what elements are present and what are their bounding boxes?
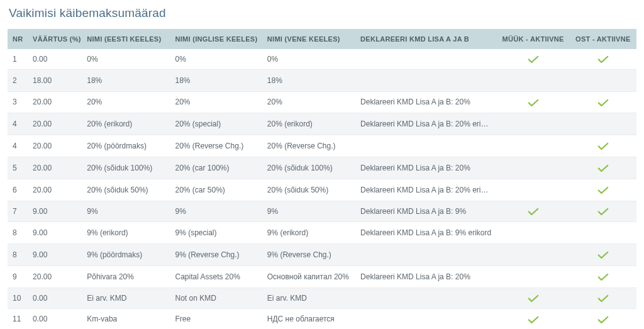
- cell-sell-active: [497, 179, 570, 201]
- cell-nimi-ru: Основной капитал 20%: [262, 265, 355, 287]
- cell-val: 20.00: [28, 92, 82, 113]
- table-row[interactable]: 100.00Ei arv. KMDNot on KMDEi arv. KMD: [8, 287, 636, 308]
- cell-dekl: Deklareeri KMD Lisa A ja B: 20% erikord: [355, 179, 496, 201]
- table-row[interactable]: 79.009%9%9%Deklareeri KMD Lisa A ja B: 9…: [8, 201, 636, 221]
- cell-buy-active: [570, 49, 636, 70]
- cell-dekl: Deklareeri KMD Lisa A ja B: 20%: [355, 92, 496, 113]
- cell-buy-active: [570, 201, 636, 221]
- cell-sell-active: [497, 113, 570, 135]
- cell-val: 9.00: [28, 221, 82, 243]
- cell-nimi-et: 18%: [82, 70, 170, 92]
- cell-sell-active: [497, 265, 570, 287]
- check-icon: [597, 208, 609, 216]
- check-icon: [528, 316, 539, 324]
- cell-nimi-ru: 20% (Reverse Chg.): [262, 135, 355, 157]
- cell-val: 9.00: [28, 243, 82, 265]
- check-icon: [597, 55, 609, 64]
- col-val[interactable]: VÄÄRTUS (%): [28, 29, 82, 49]
- cell-dekl: Deklareeri KMD Lisa A ja B: 20%: [355, 157, 496, 179]
- table-row[interactable]: 89.009% (erikord)9% (special)9% (erikord…: [8, 221, 636, 243]
- cell-nr: 2: [8, 70, 28, 92]
- cell-nr: 9: [8, 265, 28, 287]
- table-row[interactable]: 320.0020%20%20%Deklareeri KMD Lisa A ja …: [8, 92, 636, 113]
- table-row[interactable]: 620.0020% (sõiduk 50%)20% (car 50%)20% (…: [8, 179, 636, 201]
- col-dekl[interactable]: DEKLAREERI KMD LISA A JA B: [355, 29, 496, 49]
- cell-nimi-ru: 20%: [262, 92, 355, 113]
- check-icon: [528, 55, 539, 64]
- check-icon: [528, 99, 539, 107]
- cell-nimi-en: 20% (car 50%): [170, 179, 262, 201]
- check-icon: [597, 142, 609, 150]
- cell-dekl: [355, 49, 496, 70]
- cell-nimi-et: Ei arv. KMD: [82, 287, 170, 308]
- cell-nimi-et: 20% (sõiduk 100%): [82, 157, 170, 179]
- cell-nimi-et: 9% (erikord): [82, 221, 170, 243]
- cell-nimi-ru: 20% (sõiduk 50%): [262, 179, 355, 201]
- cell-buy-active: [570, 92, 636, 113]
- col-nr[interactable]: NR: [8, 29, 28, 49]
- cell-val: 20.00: [28, 179, 82, 201]
- col-sell[interactable]: MÜÜK - AKTIIVNE: [497, 29, 570, 49]
- cell-nr: 10: [8, 287, 28, 308]
- cell-nimi-en: 20% (special): [170, 113, 262, 135]
- cell-nimi-ru: 9%: [262, 201, 355, 221]
- table-row[interactable]: 420.0020% (erikord)20% (special)20% (eri…: [8, 113, 636, 135]
- cell-buy-active: [570, 265, 636, 287]
- cell-val: 0.00: [28, 287, 82, 308]
- col-nimi-ru[interactable]: NIMI (VENE KEELES): [262, 29, 355, 49]
- table-row[interactable]: 520.0020% (sõiduk 100%)20% (car 100%)20%…: [8, 157, 636, 179]
- cell-dekl: [355, 70, 496, 92]
- cell-val: 20.00: [28, 113, 82, 135]
- table-row[interactable]: 10.000%0%0%: [8, 49, 636, 70]
- col-nimi-et[interactable]: NIMI (EESTI KEELES): [82, 29, 170, 49]
- cell-nimi-ru: НДС не облагается: [262, 309, 355, 329]
- check-icon: [597, 294, 609, 303]
- cell-sell-active: [497, 157, 570, 179]
- cell-nr: 4: [8, 113, 28, 135]
- col-buy[interactable]: OST - AKTIIVNE: [570, 29, 636, 49]
- vat-rates-table: NR VÄÄRTUS (%) NIMI (EESTI KEELES) NIMI …: [8, 29, 636, 329]
- cell-nr: 4: [8, 135, 28, 157]
- cell-nimi-en: Free: [170, 309, 262, 329]
- cell-nimi-ru: 9% (erikord): [262, 221, 355, 243]
- cell-buy-active: [570, 243, 636, 265]
- cell-sell-active: [497, 221, 570, 243]
- col-nimi-en[interactable]: NIMI (INGLISE KEELES): [170, 29, 262, 49]
- cell-dekl: [355, 287, 496, 308]
- cell-nr: 11: [8, 309, 28, 329]
- cell-nr: 1: [8, 49, 28, 70]
- cell-sell-active: [497, 135, 570, 157]
- cell-nimi-en: 20% (car 100%): [170, 157, 262, 179]
- cell-nimi-en: 9% (Reverse Chg.): [170, 243, 262, 265]
- cell-sell-active: [497, 201, 570, 221]
- cell-nr: 3: [8, 92, 28, 113]
- cell-dekl: Deklareeri KMD Lisa A ja B: 20%: [355, 265, 496, 287]
- cell-dekl: [355, 135, 496, 157]
- cell-nimi-et: 0%: [82, 49, 170, 70]
- cell-nimi-et: Km-vaba: [82, 309, 170, 329]
- cell-nimi-en: 18%: [170, 70, 262, 92]
- table-row[interactable]: 420.0020% (pöördmaks)20% (Reverse Chg.)2…: [8, 135, 636, 157]
- check-icon: [597, 99, 609, 107]
- cell-nimi-en: Capital Assets 20%: [170, 265, 262, 287]
- cell-nimi-en: 20%: [170, 92, 262, 113]
- cell-val: 0.00: [28, 309, 82, 329]
- table-row[interactable]: 920.00Põhivara 20%Capital Assets 20%Осно…: [8, 265, 636, 287]
- cell-nimi-en: 0%: [170, 49, 262, 70]
- cell-nimi-ru: 20% (sõiduk 100%): [262, 157, 355, 179]
- check-icon: [597, 273, 609, 281]
- table-row[interactable]: 218.0018%18%18%: [8, 70, 636, 92]
- cell-nimi-et: 20%: [82, 92, 170, 113]
- cell-nimi-et: Põhivara 20%: [82, 265, 170, 287]
- check-icon: [597, 316, 609, 324]
- cell-buy-active: [570, 221, 636, 243]
- table-row[interactable]: 110.00Km-vabaFreeНДС не облагается: [8, 309, 636, 329]
- cell-buy-active: [570, 70, 636, 92]
- cell-dekl: [355, 243, 496, 265]
- check-icon: [597, 186, 609, 194]
- cell-nimi-en: 9%: [170, 201, 262, 221]
- cell-sell-active: [497, 70, 570, 92]
- table-row[interactable]: 89.009% (pöördmaks)9% (Reverse Chg.)9% (…: [8, 243, 636, 265]
- cell-buy-active: [570, 135, 636, 157]
- check-icon: [528, 208, 539, 216]
